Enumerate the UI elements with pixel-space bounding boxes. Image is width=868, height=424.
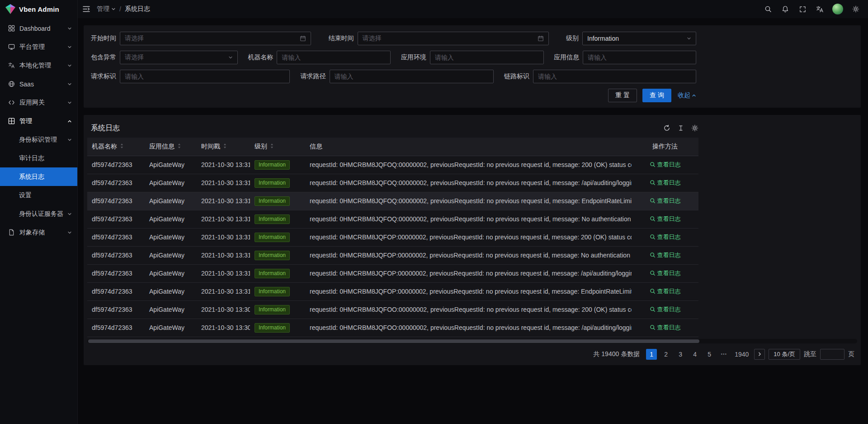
page-button-2[interactable]: 2 <box>660 349 671 360</box>
log-message: requestId: 0HMCRBM8JQFOO:00000002, previ… <box>310 306 632 314</box>
translate-icon[interactable] <box>811 0 828 18</box>
filter-label: 应用环境 <box>401 53 426 62</box>
storage-icon <box>8 229 15 236</box>
page-button-4[interactable]: 4 <box>689 349 700 360</box>
view-log-button[interactable]: 查看日志 <box>650 287 681 295</box>
app-environment-input[interactable] <box>435 54 539 61</box>
view-log-label: 查看日志 <box>657 215 681 223</box>
cell-machine: df5974d72363 <box>87 282 145 300</box>
dashboard-icon <box>8 25 15 32</box>
view-log-button[interactable]: 查看日志 <box>650 251 681 259</box>
column-header-machine-name[interactable]: 机器名称 <box>87 138 145 156</box>
sidebar-item-label: 管理 <box>19 117 67 125</box>
app-info-input[interactable] <box>588 54 691 61</box>
table-row: df5974d72363ApiGateWay2021-10-30 13:31:3… <box>87 228 698 246</box>
panel-title: 系统日志 <box>91 124 120 133</box>
view-log-button[interactable]: 查看日志 <box>650 269 681 277</box>
magnifier-icon <box>650 234 656 240</box>
refresh-icon[interactable] <box>663 124 670 132</box>
sidebar-item-management[interactable]: 管理 <box>0 112 77 130</box>
cell-time: 2021-10-30 13:30:44 <box>197 319 250 337</box>
cell-level: Information <box>250 246 305 264</box>
sidebar-item-label: 身份认证服务器 <box>19 210 67 218</box>
placeholder-text: 请选择 <box>363 34 534 43</box>
trace-id-input[interactable] <box>538 73 691 80</box>
view-log-button[interactable]: 查看日志 <box>650 197 681 205</box>
breadcrumb-section[interactable]: 管理 <box>97 5 116 13</box>
sidebar-item-label: 本地化管理 <box>19 62 67 70</box>
fullscreen-icon[interactable] <box>794 0 811 18</box>
page-button-1[interactable]: 1 <box>646 349 657 360</box>
collapse-toggle[interactable]: 收起 <box>678 91 696 100</box>
jump-page-input[interactable] <box>820 349 844 360</box>
sidebar-item-settings[interactable]: 设置 <box>0 186 77 205</box>
cell-machine: df5974d72363 <box>87 300 145 319</box>
page-button-3[interactable]: 3 <box>675 349 686 360</box>
end-time-datepicker[interactable]: 请选择 <box>358 32 549 45</box>
page-button-5[interactable]: 5 <box>704 349 715 360</box>
column-header-level[interactable]: 级别 <box>250 138 305 156</box>
page-size-select[interactable]: 10 条/页 <box>769 349 800 360</box>
filter-actions: 重 置 查 询 收起 <box>91 89 696 102</box>
reset-button[interactable]: 重 置 <box>608 89 637 102</box>
request-path-input[interactable] <box>335 73 489 80</box>
view-log-button[interactable]: 查看日志 <box>650 233 681 241</box>
sidebar: Vben Admin Dashboard平台管理本地化管理Saas应用网关管理身… <box>0 0 78 424</box>
search-icon[interactable] <box>760 0 777 18</box>
column-settings-icon[interactable] <box>691 124 698 132</box>
column-header-inner: 级别 <box>255 143 301 151</box>
view-log-button[interactable]: 查看日志 <box>650 305 681 314</box>
sidebar-item-auth-server[interactable]: 身份认证服务器 <box>0 205 77 223</box>
next-page-button[interactable] <box>754 349 765 360</box>
include-exception-select[interactable]: 请选择 <box>120 51 238 64</box>
cell-time: 2021-10-30 13:31:38 <box>197 156 250 174</box>
view-log-label: 查看日志 <box>657 161 681 169</box>
table-row: df5974d72363ApiGateWay2021-10-30 13:31:3… <box>87 210 698 228</box>
placeholder-text: 请选择 <box>125 53 225 62</box>
log-message: requestId: 0HMCRBM8JQFOQ:00000002, previ… <box>310 216 632 223</box>
table-row: df5974d72363ApiGateWay2021-10-30 13:31:3… <box>87 264 698 282</box>
start-time-datepicker[interactable]: 请选择 <box>120 32 311 45</box>
cell-action: 查看日志 <box>632 210 698 228</box>
filter-label: 包含异常 <box>91 53 116 62</box>
sidebar-item-audit-logs[interactable]: 审计日志 <box>0 149 77 167</box>
sidebar-item-dashboard[interactable]: Dashboard <box>0 19 77 38</box>
column-height-icon[interactable] <box>678 125 684 131</box>
level-select[interactable]: Information <box>582 32 696 45</box>
scrollbar-thumb[interactable] <box>88 339 699 343</box>
sidebar-item-object-storage[interactable]: 对象存储 <box>0 223 77 242</box>
cell-level: Information <box>250 192 305 210</box>
filter-field-level: 级别Information <box>566 32 696 45</box>
column-header-timestamp[interactable]: 时间戳 <box>197 138 250 156</box>
log-message: requestId: 0HMCRBM8JQFOQ:00000002, previ… <box>310 162 632 169</box>
avatar[interactable] <box>832 4 843 14</box>
column-header-app-info[interactable]: 应用信息 <box>145 138 197 156</box>
sidebar-fold-icon[interactable] <box>78 0 95 18</box>
sidebar-item-system-logs[interactable]: 系统日志 <box>0 167 77 186</box>
notification-icon[interactable] <box>777 0 794 18</box>
cell-time: 2021-10-30 13:31:38 <box>197 210 250 228</box>
sidebar-item-saas[interactable]: Saas <box>0 75 77 93</box>
machine-name-input[interactable] <box>282 54 386 61</box>
sidebar-item-localization-management[interactable]: 本地化管理 <box>0 56 77 75</box>
filter-field-app-environment: 应用环境 <box>401 51 544 64</box>
view-log-button[interactable]: 查看日志 <box>650 324 681 332</box>
settings-icon[interactable] <box>847 0 864 18</box>
sidebar-item-identity-management[interactable]: 身份标识管理 <box>0 130 77 149</box>
sidebar-item-platform-management[interactable]: 平台管理 <box>0 38 77 56</box>
view-log-button[interactable]: 查看日志 <box>650 215 681 223</box>
request-id-input[interactable] <box>125 73 285 80</box>
column-label: 应用信息 <box>149 143 175 151</box>
sidebar-item-app-gateway[interactable]: 应用网关 <box>0 93 77 112</box>
column-header-inner: 应用信息 <box>149 143 192 151</box>
page-button-1940[interactable]: 1940 <box>733 349 750 360</box>
cell-level: Information <box>250 174 305 192</box>
log-message: requestId: 0HMCRBM8JQFOP:00000002, previ… <box>310 234 632 241</box>
view-log-button[interactable]: 查看日志 <box>650 161 681 169</box>
sort-icon <box>270 143 274 150</box>
view-log-button[interactable]: 查看日志 <box>650 179 681 187</box>
logo[interactable]: Vben Admin <box>0 0 77 18</box>
cell-app: ApiGateWay <box>145 282 197 300</box>
sidebar-menu: Dashboard平台管理本地化管理Saas应用网关管理身份标识管理审计日志系统… <box>0 18 77 424</box>
query-button[interactable]: 查 询 <box>642 89 671 102</box>
